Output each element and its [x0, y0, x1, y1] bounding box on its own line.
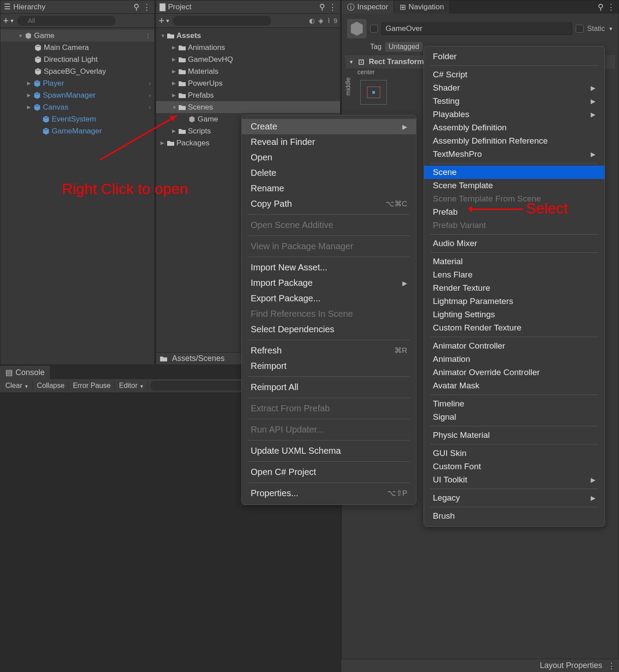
menu-item[interactable]: Lens Flare — [424, 268, 604, 281]
menu-icon[interactable]: ⋮ — [329, 2, 336, 12]
hierarchy-item[interactable]: SpaceBG_Overlay — [0, 65, 154, 77]
expand-icon[interactable]: ▼ — [160, 33, 167, 38]
static-dropdown-icon[interactable]: ▼ — [608, 26, 613, 31]
menu-item[interactable]: Copy Path⌥⌘C — [242, 196, 416, 212]
menu-item[interactable]: Select Dependencies — [242, 322, 416, 337]
menu-icon[interactable]: ⋮ — [607, 2, 615, 12]
expand-icon[interactable]: ▼ — [172, 105, 178, 110]
clear-button[interactable]: Clear ▼ — [2, 381, 33, 391]
gameobject-name-input[interactable] — [382, 23, 572, 35]
scene-row[interactable]: ▼ Game ⋮ — [0, 30, 154, 42]
menu-item[interactable]: Audio Mixer — [424, 237, 604, 250]
project-folder[interactable]: ▶Materials — [156, 65, 340, 77]
menu-item[interactable]: Animator Override Controller — [424, 366, 604, 379]
hierarchy-item[interactable]: ▶Canvas› — [0, 101, 154, 113]
menu-item[interactable]: Avatar Mask — [424, 379, 604, 392]
expand-icon[interactable]: ▶ — [172, 128, 178, 134]
expand-icon[interactable]: ▶ — [172, 45, 178, 50]
error-pause-button[interactable]: Error Pause — [69, 381, 115, 391]
menu-item[interactable]: TextMeshPro▶ — [424, 148, 604, 161]
chevron-right-icon[interactable]: › — [149, 92, 151, 99]
tab-inspector[interactable]: ⓘ Inspector — [342, 0, 394, 14]
assets-folder[interactable]: ▼ Assets — [156, 30, 340, 42]
hierarchy-item[interactable]: GameManager — [0, 125, 154, 137]
menu-item[interactable]: Open — [242, 150, 416, 165]
menu-item[interactable]: Lightmap Parameters — [424, 295, 604, 308]
lock-icon[interactable]: ⚲ — [319, 2, 325, 12]
menu-item[interactable]: Folder — [424, 50, 604, 63]
menu-item[interactable]: Assembly Definition Reference — [424, 134, 604, 148]
menu-item[interactable]: Custom Font — [424, 460, 604, 473]
project-search-input[interactable] — [173, 16, 271, 26]
menu-item[interactable]: Playables▶ — [424, 108, 604, 121]
hierarchy-item[interactable]: ▶SpawnManager› — [0, 89, 154, 101]
menu-item[interactable]: Render Texture — [424, 281, 604, 295]
menu-item[interactable]: Create▶ — [242, 119, 416, 134]
menu-item[interactable]: Import New Asset... — [242, 260, 416, 275]
menu-item[interactable]: Animator Controller — [424, 339, 604, 353]
menu-item[interactable]: Import Package▶ — [242, 275, 416, 291]
menu-item[interactable]: Refresh⌘R — [242, 343, 416, 358]
project-folder[interactable]: ▶Animations — [156, 42, 340, 53]
expand-icon[interactable]: ▶ — [27, 104, 33, 110]
menu-item[interactable]: UI Toolkit▶ — [424, 473, 604, 486]
menu-item[interactable]: Scene — [424, 166, 604, 179]
menu-item[interactable]: Reveal in Finder — [242, 134, 416, 150]
menu-item[interactable]: Brush — [424, 509, 604, 523]
menu-item[interactable]: Animation — [424, 353, 604, 366]
menu-item[interactable]: Reimport — [242, 358, 416, 374]
filter-by-label-icon[interactable]: ◈ — [318, 17, 324, 25]
menu-item[interactable]: Lighting Settings — [424, 308, 604, 321]
menu-icon[interactable]: ⋮ — [143, 2, 151, 12]
menu-item[interactable]: Prefab — [424, 205, 604, 219]
lock-icon[interactable]: ⚲ — [598, 2, 604, 12]
menu-item[interactable]: Delete — [242, 165, 416, 181]
collapse-button[interactable]: Collapse — [34, 381, 69, 391]
menu-item[interactable]: Properties...⌥⇧P — [242, 486, 416, 501]
gameobject-icon[interactable] — [347, 19, 367, 38]
hierarchy-item[interactable]: Directional Light — [0, 53, 154, 65]
menu-item[interactable]: C# Script — [424, 68, 604, 81]
expand-icon[interactable]: ▶ — [172, 57, 178, 62]
filter-by-type-icon[interactable]: ◐ — [309, 17, 315, 25]
hidden-toggle-icon[interactable]: ⌇ — [327, 17, 330, 25]
project-folder[interactable]: ▶Prefabs — [156, 89, 340, 101]
menu-item[interactable]: Signal — [424, 410, 604, 424]
add-button[interactable]: +▼ — [159, 15, 170, 27]
menu-item[interactable]: GUI Skin — [424, 447, 604, 460]
console-tab[interactable]: ▤ Console — [0, 366, 50, 379]
expand-icon[interactable]: ▶ — [27, 92, 33, 98]
expand-icon[interactable]: ▶ — [160, 140, 167, 146]
menu-item[interactable]: Custom Render Texture — [424, 321, 604, 334]
lock-icon[interactable]: ⚲ — [134, 2, 139, 12]
project-folder[interactable]: ▶GameDevHQ — [156, 53, 340, 65]
menu-item[interactable]: Rename — [242, 181, 416, 196]
scene-menu-icon[interactable]: ⋮ — [145, 32, 151, 39]
hierarchy-item[interactable]: ▶Player› — [0, 77, 154, 89]
anchor-preset[interactable]: center — [345, 68, 387, 109]
console-search-input[interactable] — [150, 381, 248, 391]
menu-item[interactable]: Shader▶ — [424, 81, 604, 95]
expand-icon[interactable]: ▶ — [172, 80, 178, 86]
menu-icon[interactable]: ⋮ — [608, 661, 615, 671]
expand-icon[interactable]: ▶ — [27, 80, 33, 86]
add-button[interactable]: +▼ — [3, 15, 15, 27]
menu-item[interactable]: Update UXML Schema — [242, 443, 416, 459]
menu-item[interactable]: Testing▶ — [424, 95, 604, 108]
chevron-right-icon[interactable]: › — [149, 80, 151, 87]
hierarchy-item[interactable]: EventSystem — [0, 113, 154, 125]
tag-dropdown[interactable]: Untagged — [385, 42, 423, 52]
expand-icon[interactable]: ▶ — [172, 68, 178, 74]
expand-icon[interactable]: ▼ — [349, 59, 354, 65]
menu-item[interactable]: Export Package... — [242, 291, 416, 306]
hierarchy-item[interactable]: Main Camera — [0, 42, 154, 53]
scenes-folder[interactable]: ▼ Scenes — [156, 101, 340, 113]
active-checkbox[interactable] — [370, 25, 378, 33]
menu-item[interactable]: Material — [424, 255, 604, 268]
menu-item[interactable]: Assembly Definition — [424, 121, 604, 134]
hierarchy-search-input[interactable] — [17, 16, 115, 26]
static-checkbox[interactable] — [576, 25, 584, 33]
expand-icon[interactable]: ▶ — [172, 92, 178, 98]
menu-item[interactable]: Open C# Project — [242, 464, 416, 480]
layout-properties-label[interactable]: Layout Properties — [540, 661, 602, 670]
